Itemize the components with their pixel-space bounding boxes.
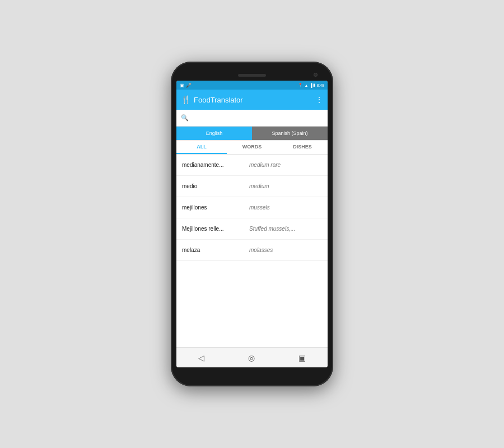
tab-words[interactable]: WORDS — [227, 141, 277, 154]
camera — [314, 73, 318, 77]
home-button[interactable]: ◎ — [248, 353, 255, 362]
word-list: medianamente... medium rare medio medium… — [176, 155, 328, 347]
tab-dishes[interactable]: DISHES — [277, 141, 328, 154]
status-bar: ▣ 🎤 📍 ▲ ▐ ▮ 8:48 — [176, 81, 328, 90]
list-item[interactable]: medianamente... medium rare — [176, 155, 328, 176]
filter-tabs: ALL WORDS DISHES — [176, 141, 328, 155]
spanish-word: medio — [182, 183, 249, 189]
back-button[interactable]: ◁ — [198, 353, 204, 362]
wifi-icon: ▲ — [304, 83, 308, 87]
spanish-word: mejillones — [182, 204, 249, 211]
spanish-word: Mejillones relle... — [182, 226, 249, 232]
app-title: FoodTranslator — [194, 96, 315, 104]
status-left-icons: ▣ 🎤 — [180, 83, 192, 88]
time-display: 8:48 — [316, 83, 324, 87]
recents-button[interactable]: ▣ — [298, 353, 306, 362]
language-tabs: English Spanish (Spain) — [176, 127, 328, 141]
phone-screen: ▣ 🎤 📍 ▲ ▐ ▮ 8:48 🍴 FoodTranslator ⋮ 🔍 — [176, 81, 328, 367]
tab-all[interactable]: ALL — [176, 141, 227, 154]
list-item[interactable]: Mejillones relle... Stuffed mussels,... — [176, 218, 328, 240]
list-item[interactable]: medio medium — [176, 176, 328, 197]
search-bar[interactable]: 🔍 — [176, 110, 328, 127]
tab-spanish[interactable]: Spanish (Spain) — [252, 127, 328, 140]
app-bar: 🍴 FoodTranslator ⋮ — [176, 90, 328, 110]
english-translation: medium — [249, 183, 322, 189]
overflow-menu-icon[interactable]: ⋮ — [315, 95, 323, 104]
tab-english[interactable]: English — [176, 127, 252, 140]
phone-bottom — [176, 367, 328, 379]
english-translation: molasses — [249, 247, 322, 253]
english-translation: medium rare — [249, 162, 322, 168]
signal-icon: ▐ — [309, 83, 312, 87]
sim-icon: ▣ — [180, 83, 184, 88]
phone-top — [176, 69, 328, 81]
status-right: 📍 ▲ ▐ ▮ 8:48 — [298, 83, 324, 87]
speaker — [238, 74, 266, 77]
bottom-navigation: ◁ ◎ ▣ — [176, 347, 328, 367]
search-icon: 🔍 — [181, 114, 189, 122]
app-icon: 🍴 — [181, 95, 190, 104]
mic-icon: 🎤 — [186, 83, 192, 88]
list-item[interactable]: melaza molasses — [176, 240, 328, 261]
english-translation: mussels — [249, 204, 322, 211]
list-item[interactable]: mejillones mussels — [176, 197, 328, 218]
battery-icon: ▮ — [313, 83, 315, 87]
spanish-word: medianamente... — [182, 162, 249, 168]
phone-device: ▣ 🎤 📍 ▲ ▐ ▮ 8:48 🍴 FoodTranslator ⋮ 🔍 — [171, 62, 333, 386]
location-icon: 📍 — [298, 83, 303, 87]
spanish-word: melaza — [182, 247, 249, 253]
english-translation: Stuffed mussels,... — [249, 226, 322, 232]
